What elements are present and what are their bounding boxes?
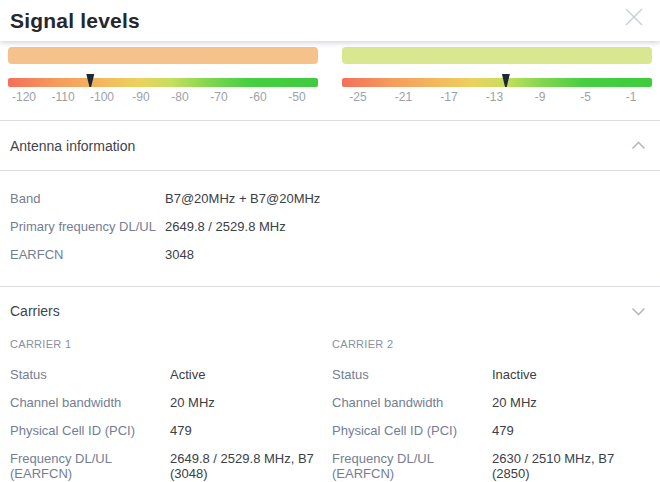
scale-tick-label: -50 [288,90,305,104]
modal-header: Signal levels [0,0,660,41]
antenna-information-section-toggle[interactable]: Antenna information [0,121,660,170]
info-label: Physical Cell ID (PCI) [332,423,492,438]
info-row-band: Band B7@20MHz + B7@20MHz [10,184,650,212]
signal-marker [86,74,94,87]
scale-tick-label: -120 [12,90,36,104]
scale-tick-label: -1 [626,90,637,104]
info-value: 2649.8 / 2529.8 MHz, B7 (3048) [170,451,328,481]
info-value: 20 MHz [492,395,650,410]
chevron-up-icon [631,141,646,150]
info-row-primary-frequency: Primary frequency DL/UL 2649.8 / 2529.8 … [10,212,650,240]
signal-meter-left: -120-110-100-90-80-70-60-50 [8,47,318,107]
page-title: Signal levels [10,9,140,33]
signal-meters: -120-110-100-90-80-70-60-50 -25-21-17-13… [0,47,660,107]
signal-scale-gradient [342,78,652,87]
scale-tick-label: -9 [535,90,546,104]
info-label: Channel bandwidth [332,395,492,410]
info-label: Frequency DL/UL (EARFCN) [332,451,492,481]
info-label: Status [332,367,492,382]
signal-marker [502,74,510,87]
info-label: Status [10,367,170,382]
info-label: Physical Cell ID (PCI) [10,423,170,438]
scale-tick-label: -17 [440,90,457,104]
carrier-row-frequency: Frequency DL/UL (EARFCN) 2630 / 2510 MHz… [332,451,654,481]
carrier-row-status: Status Active [10,367,332,382]
signal-level-bar [342,47,652,64]
scale-tick-label: -70 [210,90,227,104]
info-label: EARFCN [10,247,165,262]
scale-tick-label: -110 [51,90,74,104]
info-value: 3048 [165,247,194,262]
scale-tick-label: -13 [486,90,503,104]
carriers-title: Carriers [10,303,60,319]
carrier-row-status: Status Inactive [332,367,654,382]
scale-tick-label: -80 [171,90,188,104]
scale-tick-label: -25 [349,90,366,104]
close-icon [623,6,645,28]
carrier-1-heading: CARRIER 1 [10,337,332,351]
carrier-row-bandwidth: Channel bandwidth 20 MHz [332,395,654,410]
info-value: 479 [492,423,650,438]
scale-tick-label: -60 [249,90,266,104]
info-value: 2630 / 2510 MHz, B7 (2850) [492,451,650,481]
info-label: Primary frequency DL/UL [10,219,165,234]
carrier-1-column: CARRIER 1 Status Active Channel bandwidt… [10,337,332,482]
info-value: B7@20MHz + B7@20MHz [165,191,320,206]
status-value: Active [170,367,328,382]
scale-tick-label: -100 [90,90,114,104]
chevron-down-icon [631,307,646,316]
info-label: Band [10,191,165,206]
carriers-grid: CARRIER 1 Status Active Channel bandwidt… [0,335,660,482]
carrier-2-column: CARRIER 2 Status Inactive Channel bandwi… [332,337,654,482]
info-value: 479 [170,423,328,438]
scale-tick-label: -90 [132,90,149,104]
carrier-2-heading: CARRIER 2 [332,337,654,351]
signal-scale-ticks: -120-110-100-90-80-70-60-50 [8,89,318,107]
info-value: 20 MHz [170,395,328,410]
info-label: Channel bandwidth [10,395,170,410]
signal-level-bar [8,47,318,64]
carrier-row-pci: Physical Cell ID (PCI) 479 [10,423,332,438]
antenna-information-title: Antenna information [10,138,135,154]
info-row-earfcn: EARFCN 3048 [10,240,650,268]
signal-scale-ticks: -25-21-17-13-9-5-1 [342,89,652,107]
carrier-row-bandwidth: Channel bandwidth 20 MHz [10,395,332,410]
carrier-row-pci: Physical Cell ID (PCI) 479 [332,423,654,438]
scale-tick-label: -5 [580,90,591,104]
info-label: Frequency DL/UL (EARFCN) [10,451,170,481]
status-value: Inactive [492,367,650,382]
carrier-row-frequency: Frequency DL/UL (EARFCN) 2649.8 / 2529.8… [10,451,332,481]
scale-tick-label: -21 [395,90,412,104]
signal-meter-right: -25-21-17-13-9-5-1 [342,47,652,107]
carriers-section-toggle[interactable]: Carriers [0,287,660,335]
signal-scale-gradient [8,78,318,87]
close-button[interactable] [622,5,646,29]
info-value: 2649.8 / 2529.8 MHz [165,219,286,234]
antenna-information-rows: Band B7@20MHz + B7@20MHz Primary frequen… [0,171,660,268]
